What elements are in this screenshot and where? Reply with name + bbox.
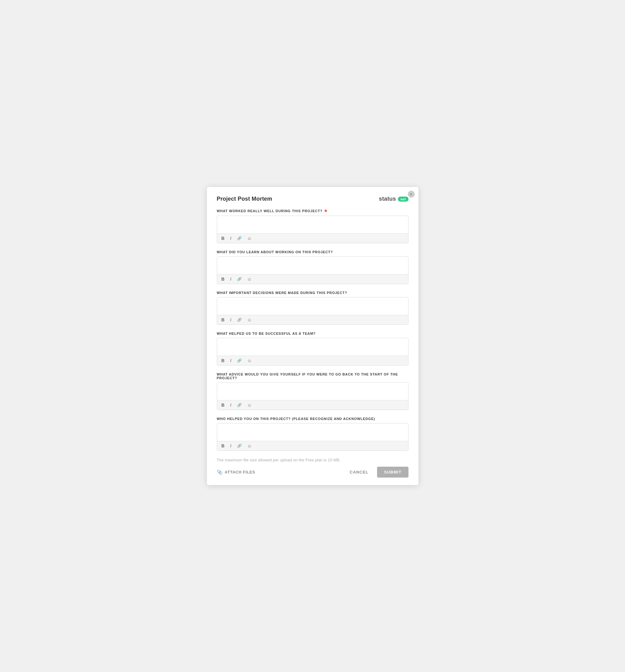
footer-section: The maximum file size allowed per upload…: [217, 458, 408, 478]
emoji-button[interactable]: ☺: [246, 402, 253, 408]
editor-wrapper-2: BI🔗☺: [217, 256, 408, 284]
toolbar-4: BI🔗☺: [217, 356, 408, 365]
toolbar-3: BI🔗☺: [217, 315, 408, 325]
italic-button[interactable]: I: [229, 443, 233, 449]
action-buttons: CANCEL SUBMIT: [345, 467, 408, 478]
cancel-button[interactable]: CANCEL: [345, 467, 373, 478]
toolbar-2: BI🔗☺: [217, 274, 408, 284]
emoji-button[interactable]: ☺: [246, 358, 253, 363]
text-input-6[interactable]: [217, 424, 408, 439]
bold-button[interactable]: B: [220, 317, 226, 322]
italic-button[interactable]: I: [229, 402, 233, 408]
question-section-2: WHAT DID YOU LEARN ABOUT WORKING ON THIS…: [217, 250, 408, 284]
text-input-4[interactable]: [217, 338, 408, 354]
question-section-5: WHAT ADVICE WOULD YOU GIVE YOURSELF IF Y…: [217, 373, 408, 410]
bold-button[interactable]: B: [220, 358, 226, 363]
question-label-5: WHAT ADVICE WOULD YOU GIVE YOURSELF IF Y…: [217, 373, 408, 380]
emoji-button[interactable]: ☺: [246, 317, 253, 322]
editor-wrapper-5: BI🔗☺: [217, 382, 408, 410]
paperclip-icon: 📎: [217, 470, 223, 475]
brand-text: status: [379, 196, 396, 202]
italic-button[interactable]: I: [229, 358, 233, 363]
close-icon: ×: [410, 192, 412, 196]
text-input-1[interactable]: [217, 216, 408, 232]
question-label-6: WHO HELPED YOU ON THIS PROJECT? (PLEASE …: [217, 417, 408, 421]
link-button[interactable]: 🔗: [236, 403, 243, 408]
question-label-4: WHAT HELPED US TO BE SUCCESSFUL AS A TEA…: [217, 332, 408, 335]
text-input-5[interactable]: [217, 383, 408, 399]
modal-header: Project Post Mortem status net: [217, 196, 408, 202]
bold-button[interactable]: B: [220, 276, 226, 282]
question-section-6: WHO HELPED YOU ON THIS PROJECT? (PLEASE …: [217, 417, 408, 451]
emoji-button[interactable]: ☺: [246, 443, 253, 449]
close-button[interactable]: ×: [408, 191, 415, 197]
link-button[interactable]: 🔗: [236, 236, 243, 241]
modal: × Project Post Mortem status net WHAT WO…: [207, 187, 418, 485]
required-indicator: ★: [324, 209, 328, 213]
toolbar-5: BI🔗☺: [217, 400, 408, 410]
question-label-1: WHAT WORKED REALLY WELL DURING THIS PROJ…: [217, 209, 408, 213]
italic-button[interactable]: I: [229, 236, 233, 241]
emoji-button[interactable]: ☺: [246, 236, 253, 241]
text-input-2[interactable]: [217, 257, 408, 273]
editor-wrapper-4: BI🔗☺: [217, 338, 408, 365]
link-button[interactable]: 🔗: [236, 358, 243, 363]
question-label-3: WHAT IMPORTANT DECISIONS WERE MADE DURIN…: [217, 291, 408, 295]
link-button[interactable]: 🔗: [236, 443, 243, 448]
link-button[interactable]: 🔗: [236, 277, 243, 282]
text-input-3[interactable]: [217, 297, 408, 314]
editor-wrapper-1: BI🔗☺: [217, 216, 408, 243]
attach-files-label: ATTACH FILES: [224, 470, 255, 475]
emoji-button[interactable]: ☺: [246, 276, 253, 282]
link-button[interactable]: 🔗: [236, 317, 243, 322]
file-size-note: The maximum file size allowed per upload…: [217, 458, 408, 462]
toolbar-1: BI🔗☺: [217, 233, 408, 243]
italic-button[interactable]: I: [229, 317, 233, 322]
submit-button[interactable]: SUBMIT: [377, 467, 408, 478]
footer-actions: 📎 ATTACH FILES CANCEL SUBMIT: [217, 467, 408, 478]
bold-button[interactable]: B: [220, 402, 226, 408]
question-section-1: WHAT WORKED REALLY WELL DURING THIS PROJ…: [217, 209, 408, 243]
editor-wrapper-3: BI🔗☺: [217, 297, 408, 325]
questions-container: WHAT WORKED REALLY WELL DURING THIS PROJ…: [217, 209, 408, 451]
toolbar-6: BI🔗☺: [217, 441, 408, 451]
attach-files-button[interactable]: 📎 ATTACH FILES: [217, 467, 256, 478]
question-section-4: WHAT HELPED US TO BE SUCCESSFUL AS A TEA…: [217, 332, 408, 365]
italic-button[interactable]: I: [229, 276, 233, 282]
bold-button[interactable]: B: [220, 236, 226, 241]
brand-badge: net: [398, 197, 408, 201]
brand-logo: status net: [379, 196, 408, 202]
bold-button[interactable]: B: [220, 443, 226, 449]
question-section-3: WHAT IMPORTANT DECISIONS WERE MADE DURIN…: [217, 291, 408, 325]
editor-wrapper-6: BI🔗☺: [217, 423, 408, 451]
modal-title: Project Post Mortem: [217, 196, 272, 202]
question-label-2: WHAT DID YOU LEARN ABOUT WORKING ON THIS…: [217, 250, 408, 254]
